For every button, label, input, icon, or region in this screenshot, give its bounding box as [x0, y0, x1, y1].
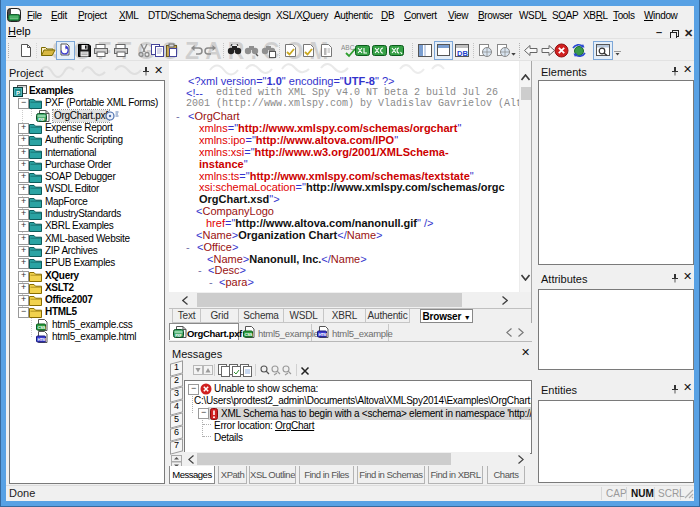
svg-text:CSS: CSS: [38, 325, 46, 330]
svg-text:HTM: HTM: [37, 337, 46, 342]
svg-text:ABC: ABC: [341, 44, 355, 51]
svg-text:CSS: CSS: [245, 332, 253, 337]
svg-text:HTM: HTM: [318, 332, 327, 337]
svg-text:P: P: [16, 90, 20, 96]
